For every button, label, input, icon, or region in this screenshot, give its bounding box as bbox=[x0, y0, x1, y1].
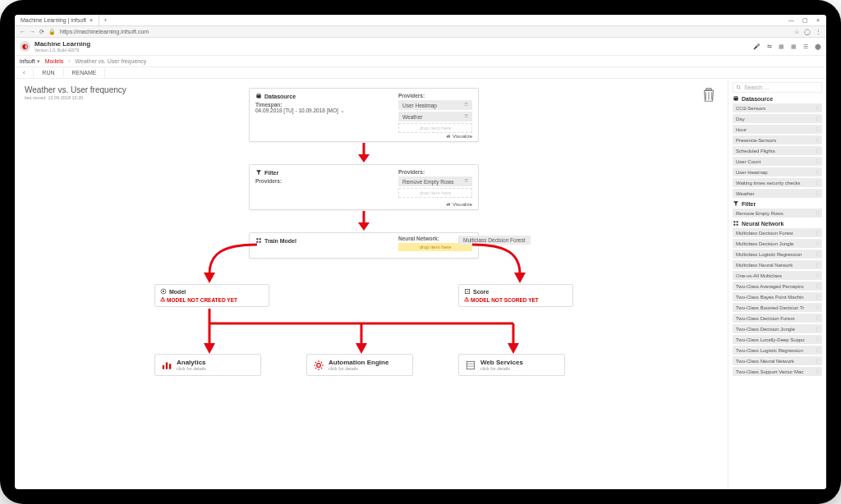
rename-button[interactable]: RENAME bbox=[64, 67, 106, 78]
analytics-icon bbox=[161, 360, 172, 371]
sidebar-item[interactable]: Presence-Sensors⠿ bbox=[733, 135, 822, 144]
drag-icon: ⠿ bbox=[816, 273, 819, 278]
drag-icon: ⠿ bbox=[816, 180, 819, 186]
sidebar-section-header[interactable]: Neural Network bbox=[733, 220, 822, 227]
filter-node[interactable]: Filter Providers: Providers: Remove Empt… bbox=[249, 164, 479, 210]
back-button[interactable]: ← bbox=[20, 29, 25, 34]
web-services-card[interactable]: Web Services click for details bbox=[458, 354, 565, 376]
browser-tab[interactable]: Machine Learning | infsoft × bbox=[15, 15, 99, 25]
breadcrumb: infsoft ▾ Models › Weather vs. User freq… bbox=[15, 56, 826, 67]
drag-icon: ⠿ bbox=[816, 315, 819, 321]
sidebar-item[interactable]: Two-Class Locally-Deep Suppo⠿ bbox=[733, 335, 822, 344]
toolbar-back-button[interactable]: ‹ bbox=[15, 67, 34, 78]
drop-zone[interactable]: drop item here bbox=[398, 123, 472, 133]
sidebar-item[interactable]: Two-Class Bayes Point Machin⠿ bbox=[733, 292, 822, 301]
drag-icon: ⠿ bbox=[816, 116, 819, 121]
close-tab-icon[interactable]: × bbox=[90, 17, 93, 23]
profile-icon[interactable]: ◯ bbox=[804, 29, 811, 35]
sidebar-item[interactable]: Two-Class Decision Forest⠿ bbox=[733, 314, 822, 323]
minimize-button[interactable]: — bbox=[788, 17, 794, 24]
breadcrumb-sep: › bbox=[68, 58, 70, 64]
datasource-title: Datasource bbox=[264, 94, 296, 99]
automation-sub: click for details bbox=[329, 366, 388, 371]
sidebar-item[interactable]: Scheduled Flights⠿ bbox=[733, 146, 822, 155]
train-model-node[interactable]: Train Model Neural Network: drop item he… bbox=[249, 232, 479, 259]
drag-icon: ⠿ bbox=[816, 158, 819, 164]
sidebar-item[interactable]: Weather⠿ bbox=[733, 189, 822, 198]
model-result-node[interactable]: Model MODEL NOT CREATED YET bbox=[154, 284, 269, 307]
drag-icon: ⠿ bbox=[816, 251, 819, 257]
timespan-value[interactable]: 04.09.2018 [TU] - 10.09.2018 [MO] ⌄ bbox=[255, 108, 370, 114]
toolbar-icon-3[interactable]: ▦ bbox=[791, 44, 797, 50]
visualize-link[interactable]: Visualize bbox=[446, 134, 472, 139]
provider-pill[interactable]: User Heatmap⠿ bbox=[398, 100, 472, 110]
svg-rect-17 bbox=[163, 365, 164, 369]
breadcrumb-models[interactable]: Models bbox=[45, 58, 64, 64]
reload-button[interactable]: ⟳ bbox=[39, 29, 44, 35]
sidebar-item[interactable]: Multiclass Decision Forest⠿ bbox=[733, 228, 822, 237]
provider-pill[interactable]: Weather⠿ bbox=[398, 112, 472, 121]
org-dropdown[interactable]: infsoft ▾ bbox=[20, 58, 40, 65]
toolbar-icon-2[interactable]: ▦ bbox=[779, 44, 784, 50]
drag-icon: ⠿ bbox=[816, 337, 819, 342]
close-window-button[interactable]: × bbox=[816, 17, 820, 24]
toolbar-icon-4[interactable]: ☰ bbox=[803, 44, 808, 50]
visualize-link[interactable]: Visualize bbox=[446, 202, 472, 207]
filter-pill[interactable]: Remove Empty Rows⠿ bbox=[398, 176, 472, 186]
sidebar-item[interactable]: Waiting times security checks⠿ bbox=[733, 178, 822, 187]
mic-icon[interactable]: 🎤 bbox=[753, 44, 761, 50]
run-button[interactable]: RUN bbox=[34, 67, 63, 78]
avatar-icon[interactable]: ⬤ bbox=[815, 44, 821, 50]
drop-zone[interactable]: drop item here bbox=[398, 188, 472, 198]
analytics-card[interactable]: Analytics click for details bbox=[154, 354, 261, 376]
sidebar-section-header[interactable]: Filter bbox=[733, 200, 822, 207]
svg-rect-21 bbox=[466, 361, 474, 369]
sidebar-item[interactable]: Remove Empty Rows⠿ bbox=[733, 208, 822, 218]
automation-card[interactable]: Automation Engine click for details bbox=[306, 354, 413, 376]
sidebar-item[interactable]: Multiclass Logistic Regression⠿ bbox=[733, 250, 822, 259]
gear-icon bbox=[313, 360, 324, 371]
app-version: Version 1.0, Build 42079 bbox=[34, 48, 90, 53]
menu-icon[interactable]: ⋮ bbox=[816, 29, 821, 35]
providers-label: Providers: bbox=[398, 93, 472, 99]
drag-icon: ⠿ bbox=[816, 126, 819, 132]
sidebar-item[interactable]: One-vs-All Multiclass⠿ bbox=[733, 271, 822, 280]
bookmark-icon[interactable]: ☆ bbox=[794, 29, 799, 35]
sidebar-item[interactable]: Two-Class Averaged Perceptro⠿ bbox=[733, 282, 822, 291]
forward-button[interactable]: → bbox=[30, 29, 35, 34]
drag-icon: ⠿ bbox=[816, 326, 819, 332]
filter-title: Filter bbox=[264, 170, 278, 176]
sidebar-item[interactable]: Day⠿ bbox=[733, 114, 822, 123]
new-tab-button[interactable]: + bbox=[99, 17, 111, 23]
sidebar-item[interactable]: Two-Class Decision Jungle⠿ bbox=[733, 324, 822, 333]
sidebar-section-header[interactable]: Datasource bbox=[733, 95, 822, 102]
lock-icon: 🔒 bbox=[48, 29, 56, 35]
svg-marker-5 bbox=[514, 273, 526, 283]
automation-title: Automation Engine bbox=[329, 359, 388, 366]
app-title: Machine Learning bbox=[34, 40, 90, 48]
sidebar-item[interactable]: Two-Class Logistic Regression⠿ bbox=[733, 346, 822, 355]
sidebar-item[interactable]: Two-Class Neural Network⠿ bbox=[733, 356, 822, 365]
score-node[interactable]: Score MODEL NOT SCORED YET bbox=[458, 284, 573, 307]
sidebar-item[interactable]: Multiclass Neural Network⠿ bbox=[733, 260, 822, 269]
datasource-node[interactable]: Datasource Timespan: 04.09.2018 [TU] - 1… bbox=[249, 88, 479, 142]
maximize-button[interactable]: ▢ bbox=[802, 17, 808, 24]
sidebar-item[interactable]: User Heatmap⠿ bbox=[733, 167, 822, 176]
sidebar-item[interactable]: Two-Class Boosted Decision Tr⠿ bbox=[733, 303, 822, 312]
sidebar-item[interactable]: Two-Class Support Vector Mac⠿ bbox=[733, 367, 822, 376]
analytics-sub: click for details bbox=[177, 366, 206, 371]
sidebar-item[interactable]: User Count⠿ bbox=[733, 157, 822, 166]
web-icon bbox=[465, 360, 476, 371]
model-result-title: Model bbox=[169, 289, 186, 295]
svg-marker-16 bbox=[508, 343, 519, 354]
svg-point-20 bbox=[317, 363, 321, 367]
dragging-item[interactable]: Multiclass Decision Forest bbox=[458, 236, 531, 245]
address-input[interactable]: https://machinelearning.infsoft.com bbox=[60, 29, 790, 34]
drag-icon: ⠿ bbox=[816, 294, 819, 300]
sidebar-item[interactable]: CO2-Sensors⠿ bbox=[733, 103, 822, 112]
search-input[interactable]: Search … bbox=[733, 82, 822, 93]
sidebar-item[interactable]: Hour⠿ bbox=[733, 125, 822, 134]
toolbar-icon-1[interactable]: ⇆ bbox=[767, 44, 772, 50]
sidebar-item[interactable]: Multiclass Decision Jungle⠿ bbox=[733, 239, 822, 248]
web-sub: click for details bbox=[480, 366, 523, 371]
